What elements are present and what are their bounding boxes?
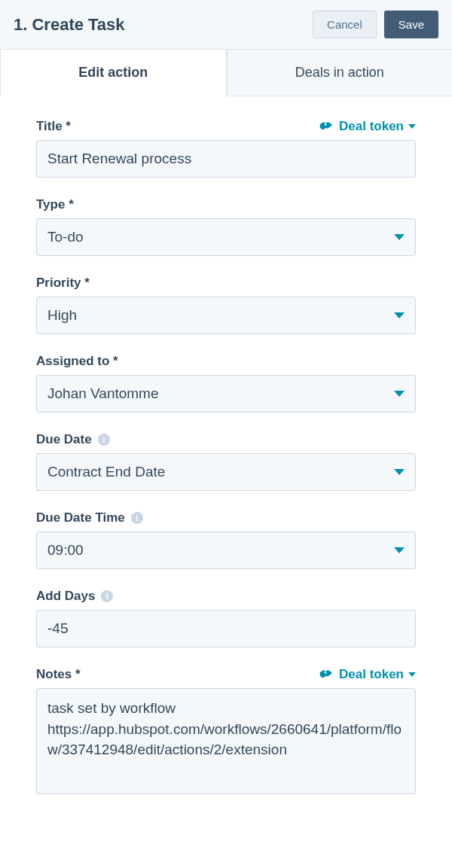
chevron-down-icon <box>394 312 405 318</box>
handshake-icon <box>318 120 334 132</box>
field-due-time: Due Date Time i 09:00 <box>36 510 416 569</box>
save-button[interactable]: Save <box>384 11 438 38</box>
due-time-label: Due Date Time i <box>36 510 143 525</box>
field-add-days: Add Days i <box>36 589 416 647</box>
due-time-value: 09:00 <box>47 542 84 559</box>
chevron-down-icon <box>394 391 405 397</box>
add-days-input[interactable] <box>47 620 405 637</box>
deal-token-link[interactable]: Deal token <box>318 667 416 682</box>
type-label: Type * <box>36 197 74 212</box>
priority-label: Priority * <box>36 276 90 291</box>
add-days-input-wrap[interactable] <box>36 610 416 647</box>
deal-token-label: Deal token <box>339 667 404 682</box>
deal-token-label: Deal token <box>339 119 404 134</box>
assigned-label: Assigned to * <box>36 354 118 369</box>
tabs: Edit action Deals in action <box>0 50 452 96</box>
due-time-select[interactable]: 09:00 <box>36 531 416 569</box>
add-days-label: Add Days i <box>36 589 113 604</box>
handshake-icon <box>318 669 334 681</box>
title-label: Title * <box>36 119 71 134</box>
title-input-wrap[interactable] <box>36 140 416 178</box>
due-date-label: Due Date i <box>36 432 110 447</box>
field-title: Title * Deal token <box>36 119 416 178</box>
due-date-select[interactable]: Contract End Date <box>36 453 416 491</box>
priority-value: High <box>47 307 77 324</box>
add-days-label-text: Add Days <box>36 589 95 604</box>
field-type: Type * To-do <box>36 197 416 256</box>
type-value: To-do <box>47 229 84 245</box>
panel-header: 1. Create Task Cancel Save <box>0 0 452 50</box>
header-buttons: Cancel Save <box>313 11 438 38</box>
form: Title * Deal token Type * To-do Priority… <box>0 96 452 817</box>
field-priority: Priority * High <box>36 276 416 334</box>
deal-token-link[interactable]: Deal token <box>318 119 416 134</box>
caret-down-icon <box>408 124 416 129</box>
info-icon[interactable]: i <box>131 512 143 524</box>
due-date-label-text: Due Date <box>36 432 92 447</box>
assigned-select[interactable]: Johan Vantomme <box>36 375 416 413</box>
priority-select[interactable]: High <box>36 297 416 334</box>
info-icon[interactable]: i <box>98 434 110 446</box>
cancel-button[interactable]: Cancel <box>313 11 377 38</box>
panel-title: 1. Create Task <box>14 15 125 35</box>
field-notes: Notes * Deal token <box>36 667 416 794</box>
info-icon[interactable]: i <box>101 590 113 602</box>
tab-deals-in-action[interactable]: Deals in action <box>227 50 453 96</box>
title-input[interactable] <box>47 151 405 167</box>
chevron-down-icon <box>394 547 405 553</box>
caret-down-icon <box>408 672 416 677</box>
notes-input-wrap[interactable] <box>36 688 416 794</box>
type-select[interactable]: To-do <box>36 218 416 256</box>
assigned-value: Johan Vantomme <box>47 385 159 402</box>
notes-label: Notes * <box>36 667 81 682</box>
tab-edit-action[interactable]: Edit action <box>0 50 227 96</box>
notes-textarea[interactable] <box>47 698 405 784</box>
due-date-value: Contract End Date <box>47 464 165 480</box>
field-due-date: Due Date i Contract End Date <box>36 432 416 491</box>
chevron-down-icon <box>394 234 405 240</box>
chevron-down-icon <box>394 469 405 475</box>
due-time-label-text: Due Date Time <box>36 510 125 525</box>
field-assigned: Assigned to * Johan Vantomme <box>36 354 416 413</box>
